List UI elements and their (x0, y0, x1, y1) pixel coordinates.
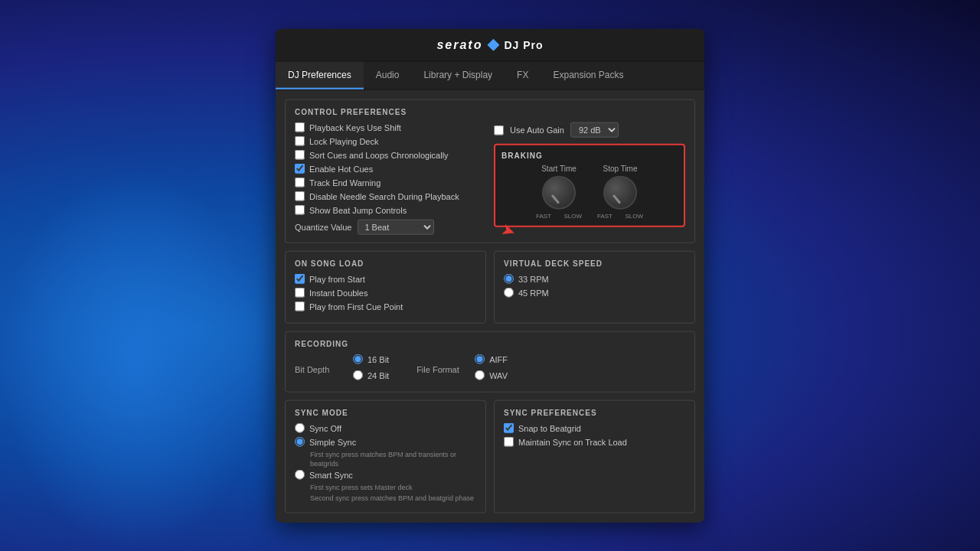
play-from-start-checkbox[interactable] (295, 274, 305, 284)
auto-gain-row: Use Auto Gain 92 dB 89 dB 94 dB (494, 122, 685, 138)
wav-radio[interactable] (475, 370, 485, 380)
24bit-row: 24 Bit (353, 370, 389, 380)
braking-title: BRAKING (501, 152, 678, 160)
sync-mode-section: SYNC MODE Sync Off Simple Sync First syn… (285, 400, 486, 514)
virtual-deck-speed-section: VIRTUAL DECK SPEED 33 RPM 45 RPM (494, 251, 695, 324)
simple-sync-description: First sync press matches BPM and transie… (310, 451, 476, 468)
simple-sync-label: Simple Sync (309, 437, 356, 446)
simple-sync-row: Simple Sync (295, 437, 476, 447)
lock-playing-label: Lock Playing Deck (309, 136, 379, 145)
play-from-cue-row: Play from First Cue Point (295, 302, 476, 311)
show-beat-jump-label: Show Beat Jump Controls (309, 205, 407, 214)
quantize-label: Quantize Value (295, 223, 351, 232)
play-from-cue-label: Play from First Cue Point (309, 302, 403, 311)
playback-keys-label: Playback Keys Use Shift (309, 122, 401, 132)
stop-time-knob-indicator (612, 194, 621, 204)
start-time-knob-indicator (551, 194, 560, 204)
sort-cues-label: Sort Cues and Loops Chronologically (309, 150, 449, 159)
stop-slow-label: SLOW (625, 213, 643, 220)
sort-cues-checkbox[interactable] (295, 150, 305, 160)
tab-dj-preferences[interactable]: DJ Preferences (276, 62, 364, 90)
stop-time-group: Stop Time FAST SLOW (597, 165, 643, 220)
maintain-sync-checkbox[interactable] (504, 437, 514, 447)
45rpm-label: 45 RPM (518, 288, 549, 297)
control-preferences-title: CONTROL PREFERENCES (295, 108, 685, 116)
sync-off-radio[interactable] (295, 423, 305, 433)
show-beat-jump-row: Show Beat Jump Controls (295, 205, 486, 215)
start-time-knob[interactable] (542, 176, 576, 210)
sync-mode-title: SYNC MODE (295, 409, 476, 417)
start-time-label: Start Time (541, 165, 577, 173)
quantize-select[interactable]: 1 Beat 2 Beats 4 Beats 1/2 Beat 1/4 Beat (358, 220, 434, 235)
disable-needle-label: Disable Needle Search During Playback (309, 191, 459, 201)
bit-depth-label: Bit Depth (295, 364, 341, 373)
lock-playing-checkbox[interactable] (295, 136, 305, 146)
quantize-row: Quantize Value 1 Beat 2 Beats 4 Beats 1/… (295, 220, 486, 235)
start-time-group: Start Time FAST SLOW (536, 165, 582, 220)
stop-fast-label: FAST (597, 213, 612, 220)
lock-playing-row: Lock Playing Deck (295, 136, 486, 146)
aiff-radio[interactable] (475, 354, 485, 364)
tab-expansion-packs[interactable]: Expansion Packs (541, 62, 635, 90)
smart-sync-description1: First sync press sets Master deck (310, 484, 476, 493)
braking-box: BRAKING Start Time FAST SLOW (494, 144, 685, 227)
snap-to-beatgrid-checkbox[interactable] (504, 423, 514, 433)
enable-hot-cues-label: Enable Hot Cues (309, 164, 373, 173)
control-checkboxes: Playback Keys Use Shift Lock Playing Dec… (295, 122, 486, 235)
maintain-sync-row: Maintain Sync on Track Load (504, 437, 685, 447)
16bit-radio[interactable] (353, 354, 363, 364)
45rpm-row: 45 RPM (504, 288, 685, 298)
control-preferences-section: CONTROL PREFERENCES Playback Keys Use Sh… (285, 99, 695, 243)
stop-time-scale: FAST SLOW (597, 213, 643, 220)
on-song-load-title: ON SONG LOAD (295, 259, 476, 268)
16bit-label: 16 Bit (368, 354, 389, 364)
app-logo: serato DJ Pro (288, 38, 692, 52)
titlebar: serato DJ Pro (276, 29, 704, 62)
playback-keys-checkbox[interactable] (295, 122, 305, 132)
disable-needle-checkbox[interactable] (295, 191, 305, 201)
recording-row: Bit Depth 16 Bit 24 Bit File Format (295, 354, 685, 384)
instant-doubles-row: Instant Doubles (295, 288, 476, 298)
show-beat-jump-checkbox[interactable] (295, 205, 305, 215)
maintain-sync-label: Maintain Sync on Track Load (518, 437, 627, 446)
content-area: CONTROL PREFERENCES Playback Keys Use Sh… (276, 90, 704, 523)
tab-fx[interactable]: FX (505, 62, 541, 90)
tab-bar: DJ Preferences Audio Library + Display F… (276, 62, 704, 90)
tab-audio[interactable]: Audio (364, 62, 412, 90)
start-slow-label: SLOW (564, 213, 582, 220)
on-song-load-section: ON SONG LOAD Play from Start Instant Dou… (285, 251, 486, 324)
33rpm-radio[interactable] (504, 274, 514, 284)
stop-time-label: Stop Time (603, 165, 637, 173)
sync-off-label: Sync Off (309, 423, 341, 432)
recording-title: RECORDING (295, 340, 685, 348)
sync-preferences-section: SYNC PREFERENCES Snap to Beatgrid Mainta… (494, 400, 695, 514)
play-from-start-label: Play from Start (309, 274, 365, 283)
tab-library-display[interactable]: Library + Display (411, 62, 505, 90)
start-fast-label: FAST (536, 213, 551, 220)
enable-hot-cues-checkbox[interactable] (295, 164, 305, 174)
snap-to-beatgrid-row: Snap to Beatgrid (504, 423, 685, 433)
smart-sync-row: Smart Sync (295, 470, 476, 480)
disable-needle-row: Disable Needle Search During Playback (295, 191, 486, 201)
auto-gain-checkbox[interactable] (494, 125, 504, 135)
sync-off-row: Sync Off (295, 423, 476, 433)
djpro-text: DJ Pro (504, 39, 543, 51)
smart-sync-description2: Second sync press matches BPM and beatgr… (310, 494, 476, 504)
track-end-warning-checkbox[interactable] (295, 178, 305, 187)
instant-doubles-checkbox[interactable] (295, 288, 305, 298)
24bit-radio[interactable] (353, 370, 363, 380)
bottom-sections: SYNC MODE Sync Off Simple Sync First syn… (285, 400, 695, 514)
smart-sync-radio[interactable] (295, 470, 305, 480)
play-from-start-row: Play from Start (295, 274, 476, 284)
main-window: serato DJ Pro DJ Preferences Audio Libra… (276, 29, 704, 523)
file-format-group: AIFF WAV (475, 354, 508, 384)
45rpm-radio[interactable] (504, 288, 514, 298)
braking-area: Use Auto Gain 92 dB 89 dB 94 dB BRAKING (494, 122, 685, 235)
stop-time-knob[interactable] (603, 176, 637, 210)
bit-depth-group: 16 Bit 24 Bit (353, 354, 389, 384)
track-end-warning-row: Track End Warning (295, 178, 486, 187)
play-from-cue-checkbox[interactable] (295, 302, 305, 311)
33rpm-label: 33 RPM (518, 274, 549, 283)
auto-gain-dropdown[interactable]: 92 dB 89 dB 94 dB (570, 122, 619, 138)
simple-sync-radio[interactable] (295, 437, 305, 447)
